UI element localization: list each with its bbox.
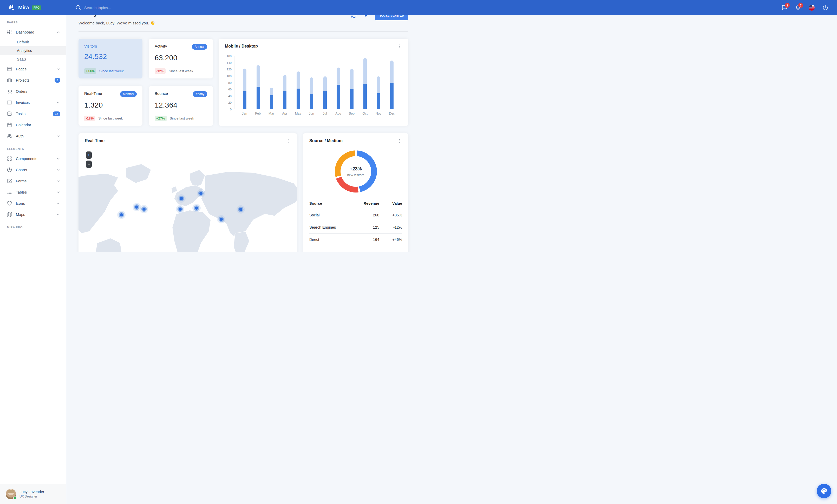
bar-segment-desktop (390, 60, 394, 83)
sidebar-nav: PAGESDashboardDefaultAnalyticsSaaSPagesP… (0, 15, 66, 252)
mobile-desktop-chart-card: Mobile / Desktop 020406080100120140160 J… (219, 39, 408, 126)
y-tick-label: 60 (228, 88, 232, 91)
sidebar-item-projects[interactable]: Projects8 (0, 75, 66, 86)
sidebar-item-dashboard[interactable]: Dashboard (0, 26, 66, 38)
bar-segment-desktop (337, 68, 340, 85)
sidebar-item-calendar[interactable]: Calendar (0, 119, 66, 130)
bar-may[interactable] (292, 56, 305, 109)
sidebar-section-label: ELEMENTS (0, 142, 66, 153)
stat-delta-badge: -18% (84, 116, 95, 121)
map-icon (7, 212, 12, 217)
sidebar-item-charts[interactable]: Charts (0, 164, 66, 175)
source-menu-button[interactable] (397, 138, 402, 144)
sidebar-item-pages[interactable]: Pages (0, 63, 66, 75)
bar-feb[interactable] (251, 56, 265, 109)
stat-value: 12.364 (155, 101, 207, 109)
stat-card-bounce: BounceYearly12.364+27%Since last week (149, 86, 213, 126)
bar-segment-desktop (310, 77, 313, 94)
stat-card-real-time: Real-TimeMonthly1.320-18%Since last week (78, 86, 142, 126)
bar-mar[interactable] (265, 56, 278, 109)
sidebar-item-label: Dashboard (16, 30, 34, 34)
stat-period-pill[interactable]: Yearly (193, 91, 207, 97)
stat-card-activity: ActivityAnnual63.200-12%Since last week (149, 39, 213, 78)
check-square-icon (7, 179, 12, 183)
brand-link[interactable]: Mira PRO (0, 4, 75, 12)
sidebar-item-tasks[interactable]: Tasks17 (0, 108, 66, 119)
bar-jun[interactable] (305, 56, 318, 109)
chart-menu-button[interactable] (397, 44, 402, 49)
y-tick-label: 0 (230, 108, 232, 111)
sidebar-item-label: Orders (16, 89, 27, 94)
stat-delta-badge: +27% (155, 116, 167, 121)
sidebar-item-icons[interactable]: Icons (0, 198, 66, 209)
map-marker-beijing[interactable] (239, 208, 242, 211)
x-tick-label: Aug (332, 112, 345, 115)
credit-card-icon (7, 100, 12, 105)
bar-oct[interactable] (358, 56, 372, 109)
bar-aug[interactable] (332, 56, 345, 109)
map-menu-button[interactable] (286, 138, 291, 144)
kebab-icon (286, 138, 291, 144)
chevron-down-icon (56, 179, 60, 183)
bar-jan[interactable] (238, 56, 251, 109)
bar-segment-desktop (297, 72, 300, 88)
bar-segment-mobile (243, 91, 246, 109)
cell-revenue: 125 (352, 221, 379, 234)
cell-value: -12% (379, 221, 402, 234)
sliders-icon (7, 30, 12, 35)
sidebar-item-orders[interactable]: Orders (0, 86, 66, 97)
sidebar-subitem-analytics[interactable]: Analytics (0, 46, 66, 55)
sidebar-subitem-saas[interactable]: SaaS (0, 55, 66, 63)
table-row: Social260+35% (309, 209, 402, 221)
navbar-search (75, 5, 157, 11)
bar-nov[interactable] (372, 56, 385, 109)
sidebar-item-label: Tasks (16, 112, 25, 116)
donut-chart: +23% new visitors (335, 150, 377, 192)
x-tick-label: Jan (238, 112, 251, 115)
map-zoom-in-button[interactable]: + (86, 151, 92, 159)
stats-grid: Visitors24.532+14%Since last weekActivit… (78, 39, 213, 126)
y-tick-label: 80 (228, 81, 232, 85)
search-input[interactable] (84, 5, 157, 10)
map-marker-moscow[interactable] (199, 192, 202, 195)
map-marker-new-york[interactable] (142, 208, 146, 211)
map-marker-london[interactable] (180, 197, 183, 200)
bar-sep[interactable] (345, 56, 358, 109)
kebab-icon (397, 44, 402, 49)
stat-value: 24.532 (84, 53, 137, 61)
sidebar-item-forms[interactable]: Forms (0, 175, 66, 187)
bar-dec[interactable] (385, 56, 398, 109)
map-marker-san-francisco[interactable] (120, 213, 123, 217)
map-zoom-out-button[interactable]: − (86, 161, 92, 168)
briefcase-icon (7, 78, 12, 82)
sidebar-item-maps[interactable]: Maps (0, 209, 66, 220)
main-content: Analytics Dashboard Welcome back, Lucy! … (66, 0, 418, 252)
bar-jul[interactable] (318, 56, 332, 109)
sidebar-item-auth[interactable]: Auth (0, 130, 66, 142)
bar-segment-mobile (377, 93, 380, 109)
chevron-up-icon (56, 30, 60, 34)
sidebar-subitem-default[interactable]: Default (0, 38, 66, 46)
stat-period-pill[interactable]: Annual (192, 44, 207, 50)
map-marker-rome[interactable] (195, 207, 198, 210)
chevron-down-icon (56, 100, 60, 105)
x-tick-label: Nov (372, 112, 385, 115)
stat-title: Real-Time (84, 91, 102, 96)
bar-segment-mobile (390, 83, 394, 109)
map-marker-delhi[interactable] (220, 218, 223, 221)
bar-apr[interactable] (278, 56, 291, 109)
map-marker-madrid[interactable] (179, 208, 182, 211)
bar-segment-desktop (270, 88, 273, 95)
sidebar-item-label: Icons (16, 201, 25, 205)
bar-segment-mobile (337, 85, 340, 109)
sidebar-count-badge: 8 (55, 78, 60, 82)
sidebar-item-invoices[interactable]: Invoices (0, 97, 66, 108)
sidebar-item-components[interactable]: Components (0, 153, 66, 164)
table-header-revenue: Revenue (352, 200, 379, 209)
sidebar-item-tables[interactable]: Tables (0, 187, 66, 198)
stat-period-pill[interactable]: Monthly (120, 91, 137, 97)
bar-segment-desktop (323, 76, 327, 91)
map-marker-chicago[interactable] (135, 205, 138, 209)
list-icon (7, 190, 12, 194)
cell-value: +46% (379, 234, 402, 246)
